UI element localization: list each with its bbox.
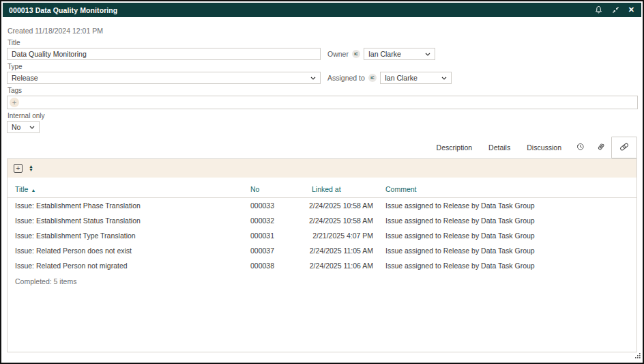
- close-icon[interactable]: ✕: [628, 6, 634, 14]
- table-row[interactable]: Issue: Related Person does not exist 000…: [8, 243, 636, 258]
- tab-details[interactable]: Details: [480, 139, 518, 156]
- tab-discussion[interactable]: Discussion: [518, 139, 570, 156]
- title-input[interactable]: [7, 48, 321, 60]
- cell-title[interactable]: Issue: Establishment Type Translation: [8, 228, 248, 243]
- title-owner-row: Title Owner IC Ian Clarke: [7, 39, 637, 60]
- chevron-down-icon: [29, 126, 35, 129]
- restore-icon[interactable]: [612, 6, 619, 14]
- chevron-down-icon: [441, 76, 447, 80]
- table-row[interactable]: Issue: Related Person not migrated 00003…: [8, 258, 636, 273]
- tags-input[interactable]: +: [7, 96, 638, 109]
- type-assigned-row: Type Release Assigned to IC Ian Clarke: [7, 63, 637, 84]
- linked-items-panel: + ▲▼ Title▲ No Linked at Comment: [7, 158, 637, 352]
- sort-icon[interactable]: ▲▼: [29, 165, 33, 171]
- assigned-to-label: Assigned to: [327, 74, 365, 82]
- cell-linked-at: 2/21/2025 4:07 PM: [299, 228, 383, 243]
- dialog-body: Created 11/18/2024 12:01 PM Title Owner …: [1, 18, 643, 364]
- created-timestamp: Created 11/18/2024 12:01 PM: [8, 27, 637, 35]
- cell-comment: Issue assigned to Release by Data Task G…: [383, 258, 636, 273]
- type-label: Type: [8, 63, 321, 70]
- resize-grip[interactable]: [635, 349, 641, 361]
- linked-items-toolbar: + ▲▼: [8, 159, 636, 178]
- cell-title[interactable]: Issue: Establishment Status Translation: [8, 213, 248, 228]
- cell-comment: Issue assigned to Release by Data Task G…: [383, 213, 636, 228]
- dialog-titlebar: 000013 Data Quality Monitoring ✕: [3, 3, 641, 17]
- assigned-to-select-value: Ian Clarke: [385, 74, 418, 82]
- link-icon: [619, 141, 629, 154]
- add-tag-button[interactable]: +: [10, 98, 19, 107]
- add-link-icon[interactable]: +: [14, 164, 23, 173]
- cell-no: 000031: [248, 228, 299, 243]
- column-header-comment[interactable]: Comment: [383, 182, 636, 198]
- chevron-down-icon: [310, 76, 316, 80]
- chevron-down-icon: [425, 53, 430, 56]
- dialog-title: 000013 Data Quality Monitoring: [9, 6, 117, 14]
- cell-title[interactable]: Issue: Establishment Phase Translation: [8, 198, 248, 214]
- cell-title[interactable]: Issue: Related Person does not exist: [8, 243, 248, 258]
- cell-comment: Issue assigned to Release by Data Task G…: [383, 198, 636, 214]
- internal-only-select[interactable]: No: [7, 121, 40, 133]
- cell-no: 000037: [248, 243, 299, 258]
- type-field-group: Type Release: [7, 63, 321, 84]
- tab-history[interactable]: [570, 138, 591, 157]
- sort-asc-icon: ▲: [31, 188, 35, 193]
- tab-links[interactable]: [611, 137, 637, 158]
- cell-linked-at: 2/24/2025 11:05 AM: [299, 243, 383, 258]
- title-field-group: Title: [7, 39, 321, 60]
- title-label: Title: [8, 39, 321, 46]
- cell-no: 000033: [248, 198, 299, 214]
- cell-title[interactable]: Issue: Related Person not migrated: [8, 258, 248, 273]
- tab-description[interactable]: Description: [428, 139, 481, 156]
- owner-avatar: IC: [352, 50, 360, 58]
- table-header-row: Title▲ No Linked at Comment: [8, 182, 636, 198]
- internal-only-label: Internal only: [8, 112, 637, 120]
- bell-icon[interactable]: [594, 5, 603, 14]
- column-header-no[interactable]: No: [248, 182, 299, 198]
- type-select[interactable]: Release: [7, 72, 321, 84]
- table-row[interactable]: Issue: Establishment Type Translation 00…: [8, 228, 636, 243]
- table-row[interactable]: Issue: Establishment Phase Translation 0…: [8, 198, 636, 214]
- internal-only-group: Internal only No: [7, 112, 637, 133]
- tab-attachments[interactable]: [591, 138, 611, 157]
- detail-tabbar: Description Details Discussion: [7, 139, 637, 156]
- cell-no: 000032: [248, 213, 299, 228]
- tags-field-group: Tags +: [7, 87, 637, 109]
- cell-no: 000038: [248, 258, 299, 273]
- internal-only-value: No: [12, 123, 20, 131]
- tags-label: Tags: [8, 87, 637, 94]
- owner-label: Owner: [327, 50, 349, 58]
- owner-group: Owner IC Ian Clarke: [327, 48, 435, 60]
- type-select-value: Release: [12, 74, 38, 82]
- cell-linked-at: 2/24/2025 10:58 AM: [299, 198, 383, 214]
- assigned-to-avatar: IC: [368, 74, 377, 82]
- owner-select-value: Ian Clarke: [368, 50, 401, 58]
- cell-comment: Issue assigned to Release by Data Task G…: [383, 243, 636, 258]
- cell-linked-at: 2/24/2025 11:06 AM: [299, 258, 383, 273]
- linked-items-table: Title▲ No Linked at Comment Issue: Estab…: [8, 182, 636, 273]
- titlebar-actions: ✕: [594, 5, 634, 14]
- history-icon: [576, 141, 585, 154]
- table-row[interactable]: Issue: Establishment Status Translation …: [8, 213, 636, 228]
- table-status-text: Completed: 5 items: [8, 273, 636, 285]
- cell-linked-at: 2/24/2025 10:58 AM: [299, 213, 383, 228]
- column-header-linked-at[interactable]: Linked at: [299, 182, 383, 198]
- assigned-to-group: Assigned to IC Ian Clarke: [327, 72, 452, 84]
- cell-comment: Issue assigned to Release by Data Task G…: [383, 228, 636, 243]
- column-header-title[interactable]: Title▲: [8, 182, 248, 198]
- attachment-icon: [597, 141, 605, 154]
- assigned-to-select[interactable]: Ian Clarke: [380, 72, 452, 84]
- owner-select[interactable]: Ian Clarke: [364, 48, 435, 60]
- dialog-window: 000013 Data Quality Monitoring ✕ Created…: [0, 0, 644, 364]
